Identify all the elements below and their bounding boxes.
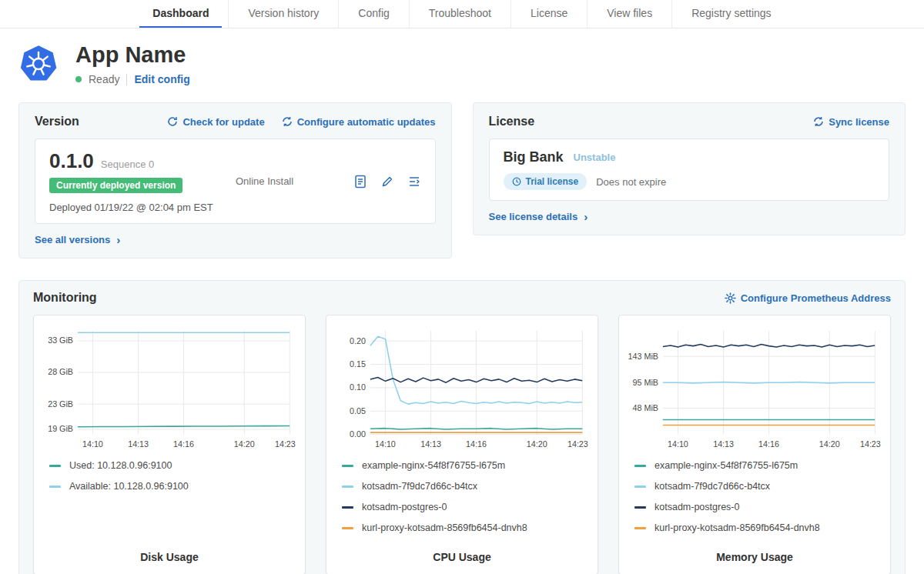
chart-title: CPU Usage [334,543,590,563]
cpu-usage-chart: 0.200.150.100.050.0014:1014:1314:1614:20… [334,325,590,452]
deployed-badge: Currently deployed version [49,178,182,193]
edit-config-link[interactable]: Edit config [134,73,189,85]
svg-text:14:16: 14:16 [173,439,194,449]
see-all-versions-link[interactable]: See all versions › [35,234,120,245]
status-badge: Ready [89,73,119,85]
install-type-label: Online Install [236,175,293,187]
svg-text:14:23: 14:23 [567,439,588,449]
tab-registry-settings[interactable]: Registry settings [671,0,790,28]
expiry-label: Does not expire [596,176,666,188]
legend-item: kotsadm-7f9dc7d66c-b4tcx [342,481,590,492]
legend-swatch [342,506,353,509]
legend-label: kotsadm-postgres-0 [654,502,739,512]
legend-label: kotsadm-7f9dc7d66c-b4tcx [654,481,770,492]
cpu-usage-legend: example-nginx-54f8f76755-l675mkotsadm-7f… [342,460,590,543]
svg-text:143 MiB: 143 MiB [628,352,658,361]
configure-prometheus-link[interactable]: Configure Prometheus Address [725,292,891,304]
release-notes-icon[interactable] [353,175,367,189]
legend-swatch [342,465,353,467]
svg-text:14:20: 14:20 [527,439,547,449]
sync-license-label: Sync license [829,116,889,128]
tab-version-history[interactable]: Version history [228,0,338,28]
status-dot [75,76,82,82]
view-logs-icon[interactable] [407,175,421,189]
legend-label: Available: 10.128.0.96:9100 [69,481,189,492]
legend-label: kotsadm-postgres-0 [362,502,447,512]
legend-label: example-nginx-54f8f76755-l675m [362,460,505,471]
svg-text:14:13: 14:13 [713,439,734,449]
legend-item: kotsadm-postgres-0 [342,502,590,512]
legend-swatch [49,465,61,467]
license-card-title: License [489,115,535,128]
memory-usage-legend: example-nginx-54f8f76755-l675mkotsadm-7f… [634,460,882,543]
svg-text:19 GiB: 19 GiB [48,424,73,433]
chart-title: Memory Usage [627,543,882,563]
license-card: License Sync license Big Bank Unstable [473,102,906,235]
memory-usage-chart-card: 143 MiB95 MiB48 MiB14:1014:1314:1614:201… [618,315,891,574]
check-for-update-link[interactable]: Check for update [167,116,264,128]
svg-text:14:16: 14:16 [758,439,779,449]
configure-automatic-updates-label: Configure automatic updates [297,116,436,128]
legend-item: example-nginx-54f8f76755-l675m [634,460,882,471]
svg-text:0.00: 0.00 [350,429,366,439]
svg-text:14:20: 14:20 [234,439,255,449]
trial-license-label: Trial license [526,176,579,187]
legend-swatch [634,506,646,509]
svg-text:14:10: 14:10 [668,439,688,449]
legend-item: kotsadm-7f9dc7d66c-b4tcx [634,481,882,492]
sync-license-link[interactable]: Sync license [813,116,889,128]
cpu-usage-chart-card: 0.200.150.100.050.0014:1014:1314:1614:20… [326,315,598,574]
top-nav: Dashboard Version history Config Trouble… [0,0,924,28]
configure-prometheus-label: Configure Prometheus Address [741,292,891,304]
app-header: App Name Ready Edit config [18,42,906,85]
tab-license[interactable]: License [511,0,587,28]
svg-text:14:10: 14:10 [375,439,396,449]
legend-label: Used: 10.128.0.96:9100 [69,460,172,471]
disk-usage-chart: 33 GiB28 GiB23 GiB19 GiB14:1014:1314:161… [42,325,297,452]
clock-icon [512,177,521,186]
svg-text:48 MiB: 48 MiB [633,403,658,412]
legend-item: kurl-proxy-kotsadm-8569fb6454-dnvh8 [634,522,882,533]
tab-view-files[interactable]: View files [587,0,671,28]
svg-text:33 GiB: 33 GiB [48,335,73,345]
legend-label: kurl-proxy-kotsadm-8569fb6454-dnvh8 [654,522,820,533]
legend-swatch [342,527,353,529]
customer-name: Big Bank [504,149,564,165]
check-for-update-label: Check for update [182,116,264,128]
svg-text:28 GiB: 28 GiB [48,367,73,376]
channel-label: Unstable [574,152,616,163]
preflight-checks-icon[interactable] [380,175,394,189]
see-license-details-link[interactable]: See license details › [489,211,588,222]
legend-item: example-nginx-54f8f76755-l675m [342,460,590,471]
tab-troubleshoot[interactable]: Troubleshoot [409,0,511,28]
svg-text:0.10: 0.10 [350,382,366,392]
page-title: App Name [75,42,190,68]
legend-item: Used: 10.128.0.96:9100 [49,460,297,471]
version-card-title: Version [35,115,79,128]
svg-text:14:13: 14:13 [420,439,441,449]
refresh-icon [167,116,178,127]
chevron-right-icon: › [584,211,588,222]
tab-dashboard[interactable]: Dashboard [133,0,228,28]
legend-swatch [634,465,646,467]
svg-text:23 GiB: 23 GiB [48,399,73,409]
legend-item: kotsadm-postgres-0 [634,502,882,512]
svg-text:14:13: 14:13 [128,439,149,449]
svg-text:14:23: 14:23 [275,439,296,449]
memory-usage-chart: 143 MiB95 MiB48 MiB14:1014:1314:1614:201… [627,325,882,452]
svg-text:0.20: 0.20 [350,336,366,345]
tab-config[interactable]: Config [338,0,408,28]
legend-label: example-nginx-54f8f76755-l675m [654,460,798,471]
legend-swatch [342,486,353,488]
svg-text:95 MiB: 95 MiB [633,378,658,387]
chart-title: Disk Usage [42,543,297,563]
svg-text:0.15: 0.15 [350,359,366,369]
legend-swatch [634,486,646,488]
legend-swatch [49,486,61,488]
gear-icon [725,292,736,304]
sequence-label: Sequence 0 [101,159,154,170]
monitoring-section: Monitoring Configure Prometheus Address [18,280,906,574]
version-number: 0.1.0 [49,149,94,173]
configure-automatic-updates-link[interactable]: Configure automatic updates [282,116,436,128]
chevron-right-icon: › [116,234,120,245]
